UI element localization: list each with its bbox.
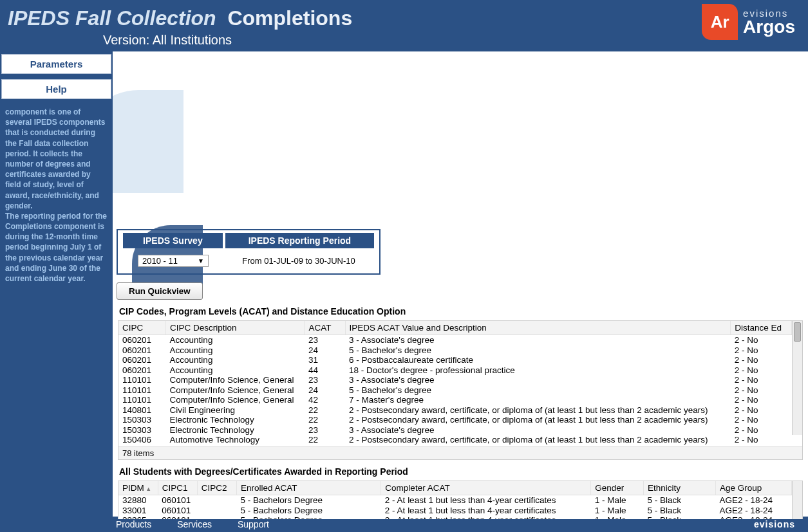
table-cell: Accounting (166, 365, 305, 376)
sidebar-item-help[interactable]: Help (1, 79, 111, 99)
table-cell: 18 - Doctor's degree - professional prac… (345, 365, 731, 376)
run-quickview-button[interactable]: Run Quickview (117, 282, 203, 300)
table-row[interactable]: 060201Accounting233 - Associate's degree… (118, 335, 792, 345)
sidebar-item-parameters[interactable]: Parameters (1, 54, 111, 74)
footer-link-support[interactable]: Support (238, 519, 269, 529)
table-cell: 2 - No (731, 435, 792, 445)
column-header[interactable]: CIPC Description (166, 321, 305, 335)
logo-badge-icon: Ar (702, 4, 738, 40)
table-cell: 5 - Black (643, 506, 715, 516)
footer-brand: evisions (754, 519, 795, 529)
table-cell: 140801 (118, 405, 166, 416)
table-cell: 33365 (118, 515, 158, 519)
table-cell: AGE2 - 18-24 (716, 515, 792, 519)
column-header[interactable]: Age Group (716, 481, 792, 495)
table-cell: 2 - Postsecondary award, certificate, or… (345, 415, 731, 425)
table-row[interactable]: 140801Civil Engineering222 - Postseconda… (118, 405, 792, 416)
decorative-shape (113, 90, 183, 193)
column-header[interactable]: Gender (591, 481, 644, 495)
table-row[interactable]: 150406Automotive Technology222 - Postsec… (118, 435, 792, 445)
content-area: IPEDS Survey IPEDS Reporting Period 2010… (113, 51, 808, 519)
table-row[interactable]: 060201Accounting316 - Postbaccalaureate … (118, 355, 792, 365)
table-cell: Accounting (166, 355, 305, 365)
column-header[interactable]: CIPC1 (158, 481, 197, 495)
table-row[interactable]: 330010601015 - Bachelors Degree2 - At le… (118, 506, 792, 516)
table1-container: CIPCCIPC DescriptionACATIPEDS ACAT Value… (118, 320, 803, 460)
table1-scrollbar[interactable] (792, 321, 802, 435)
table-cell: 2 - No (731, 335, 792, 345)
column-header[interactable]: ACAT (305, 321, 345, 335)
column-header[interactable]: PIDM ▲ (118, 481, 158, 495)
column-header[interactable]: Ethnicity (643, 481, 715, 495)
table-cell: 23 (305, 335, 345, 345)
table-cell: 5 - Black (643, 515, 715, 519)
title-italic: IPEDS Fall Collection (8, 6, 216, 30)
table-cell: 32880 (118, 495, 158, 506)
column-header[interactable]: Completer ACAT (381, 481, 591, 495)
param-header-period: IPEDS Reporting Period (225, 233, 374, 248)
table-cell: 150303 (118, 415, 166, 425)
table-cell: 060201 (118, 345, 166, 356)
subtitle: Version: All Institutions (0, 33, 808, 51)
app-header: IPEDS Fall Collection Completions Ar evi… (0, 0, 808, 33)
column-header[interactable]: CIPC2 (197, 481, 236, 495)
table-cell: 060101 (158, 515, 197, 519)
table-cell: 22 (305, 415, 345, 425)
column-header[interactable]: Distance Ed (731, 321, 792, 335)
table-cell (197, 495, 236, 506)
table-row[interactable]: 328800601015 - Bachelors Degree2 - At le… (118, 495, 792, 506)
table-cell: 22 (305, 435, 345, 445)
column-header[interactable]: IPEDS ACAT Value and Description (345, 321, 731, 335)
sidebar-description: component is one of several IPEDS compon… (1, 104, 111, 286)
table-cell: 23 (305, 425, 345, 436)
table-cell: 1 - Male (591, 515, 644, 519)
table-cell: 2 - At least 1 but less than 4-year cert… (381, 515, 591, 519)
table-cell: 5 - Black (643, 495, 715, 506)
column-header[interactable]: CIPC (118, 321, 166, 335)
table-cell: AGE2 - 18-24 (716, 506, 792, 516)
table2-title: All Students with Degrees/Certificates A… (113, 464, 808, 479)
table-row[interactable]: 060201Accounting4418 - Doctor's degree -… (118, 365, 792, 376)
footer-link-services[interactable]: Services (177, 519, 212, 529)
table2-scrollbar[interactable] (792, 481, 802, 519)
students-table: PIDM ▲CIPC1CIPC2Enrolled ACATCompleter A… (118, 481, 792, 519)
survey-dropdown[interactable]: 2010 - 11 ▼ (138, 255, 209, 267)
table1-title: CIP Codes, Program Levels (ACAT) and Dis… (113, 304, 808, 319)
sidebar: Parameters Help component is one of seve… (0, 51, 113, 519)
table-cell: 2 - No (731, 355, 792, 365)
table-cell: 5 - Bachelor's degree (345, 345, 731, 356)
table-cell: 24 (305, 345, 345, 356)
footer-link-products[interactable]: Products (116, 519, 151, 529)
table-cell: 44 (305, 365, 345, 376)
table-row[interactable]: 150303Electronic Technology222 - Postsec… (118, 415, 792, 425)
table-cell (197, 506, 236, 516)
table-cell: Electronic Technology (166, 415, 305, 425)
table-cell: 5 - Bachelor's degree (345, 385, 731, 396)
table-cell: 2 - At least 1 but less than 4-year cert… (381, 506, 591, 516)
table-row[interactable]: 110101Computer/Info Science, General427 … (118, 395, 792, 405)
param-header-survey: IPEDS Survey (123, 233, 223, 248)
table-cell: 7 - Master's degree (345, 395, 731, 405)
table-cell: 3 - Associate's degree (345, 375, 731, 385)
table-cell: 150303 (118, 425, 166, 436)
table-cell: 2 - No (731, 425, 792, 436)
table-cell: 060201 (118, 335, 166, 345)
table-cell: Computer/Info Science, General (166, 375, 305, 385)
table-cell: 33001 (118, 506, 158, 516)
table-cell: 2 - No (731, 365, 792, 376)
table-cell: 2 - No (731, 415, 792, 425)
table-cell: 2 - No (731, 385, 792, 396)
column-header[interactable]: Enrolled ACAT (237, 481, 381, 495)
table-row[interactable]: 150303Electronic Technology233 - Associa… (118, 425, 792, 436)
table-row[interactable]: 110101Computer/Info Science, General245 … (118, 385, 792, 396)
table-cell: Accounting (166, 335, 305, 345)
table-row[interactable]: 333650601015 - Bachelors Degree2 - At le… (118, 515, 792, 519)
table-row[interactable]: 110101Computer/Info Science, General233 … (118, 375, 792, 385)
table-row[interactable]: 060201Accounting245 - Bachelor's degree2… (118, 345, 792, 356)
table-cell: 6 - Postbaccalaureate certificate (345, 355, 731, 365)
table-cell: 060101 (158, 495, 197, 506)
table-cell (197, 515, 236, 519)
table-cell: 2 - Postsecondary award, certificate, or… (345, 405, 731, 416)
period-value: From 01-JUL-09 to 30-JUN-10 (223, 256, 374, 266)
logo-text-main: Argos (743, 18, 795, 36)
